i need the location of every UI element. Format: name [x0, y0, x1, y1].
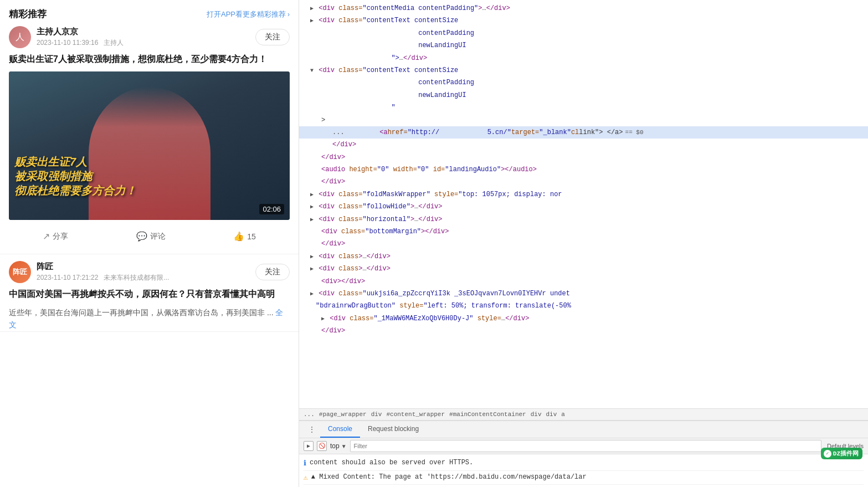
- console-clear-button[interactable]: 🚫: [317, 441, 327, 451]
- devtools-more-icon[interactable]: ⋮: [304, 425, 320, 434]
- breadcrumb-dots[interactable]: ...: [304, 411, 315, 418]
- author-row-2: 阵匠 阵匠 2023-11-10 17:21:22 未来车科技成都有限... 关…: [9, 261, 290, 283]
- comment-icon: 💬: [136, 231, 147, 242]
- html-line[interactable]: ▶ <div class="_1MaWW6MAEzXoQbV6H0Dy-J" s…: [299, 312, 868, 325]
- warn-icon: ⚠: [304, 473, 308, 484]
- html-line[interactable]: newLandingUI: [299, 39, 868, 52]
- html-line[interactable]: ▶ <div class="followHide">…</div>: [299, 201, 868, 213]
- html-line[interactable]: </div>: [299, 238, 868, 250]
- tab-console[interactable]: Console: [320, 421, 360, 438]
- html-line[interactable]: newLandingUI: [299, 89, 868, 101]
- html-line[interactable]: contentPadding: [299, 76, 868, 89]
- tab-request-blocking[interactable]: Request blocking: [360, 421, 427, 438]
- section-title: 精彩推荐: [9, 8, 47, 20]
- dz-badge[interactable]: ✓ DZ插件网: [821, 448, 862, 459]
- console-message-info: ℹ content should also be served over HTT…: [304, 457, 864, 471]
- html-line[interactable]: ▼ <div class="contentText contentSize: [299, 64, 868, 76]
- article-title-1: 贩卖出生证7人被采取强制措施，想彻底杜绝，至少需要4方合力！: [9, 53, 290, 66]
- expand-arrow[interactable]: ▶: [321, 316, 325, 322]
- expand-arrow[interactable]: ▶: [310, 192, 314, 198]
- share-button[interactable]: ↗ 分享: [36, 229, 75, 244]
- console-execute-button[interactable]: ▶: [304, 441, 314, 451]
- follow-btn-2[interactable]: 关注: [255, 264, 290, 280]
- article-title-2: 中国面对美国一再挑衅按兵不动，原因何在？只有普京看懂其中高明: [9, 288, 290, 301]
- html-line[interactable]: <div class="bottomMargin"></div>: [299, 225, 868, 238]
- expand-arrow[interactable]: ▶: [310, 254, 314, 260]
- html-line[interactable]: </div>: [299, 151, 868, 163]
- like-button[interactable]: 👍 15: [227, 229, 263, 244]
- video-duration: 02:06: [259, 204, 284, 214]
- expand-arrow[interactable]: ▶: [310, 291, 314, 297]
- html-line[interactable]: contentPadding: [299, 27, 868, 39]
- html-line-selected[interactable]: ... <a href="http:// 5.cn/" target="_bla…: [299, 126, 868, 139]
- author-info-2: 阵匠 阵匠 2023-11-10 17:21:22 未来车科技成都有限...: [9, 261, 169, 283]
- breadcrumb-content-wrapper[interactable]: #content_wrapper: [386, 411, 445, 418]
- breadcrumb-div-2[interactable]: div: [531, 411, 542, 418]
- expand-arrow[interactable]: ▼: [310, 68, 314, 74]
- console-messages: ℹ content should also be served over HTT…: [299, 454, 868, 487]
- devtools-html-panel: ▶ <div class="contentMedia contentPaddin…: [299, 0, 868, 408]
- share-icon: ↗: [43, 231, 50, 242]
- console-message-warn: ⚠ ▲ Mixed Content: The page at 'https://…: [304, 471, 864, 485]
- expand-arrow[interactable]: ▶: [310, 217, 314, 223]
- expand-arrow[interactable]: ▶: [310, 266, 314, 272]
- dom-reference: == $0: [625, 127, 644, 138]
- html-line[interactable]: <audio height="0" width="0" id="landingA…: [299, 163, 868, 176]
- avatar-2: 阵匠: [9, 261, 31, 283]
- html-line[interactable]: ▶ <div class="contentMedia contentPaddin…: [299, 2, 868, 14]
- html-line[interactable]: ">…</div>: [299, 52, 868, 64]
- like-icon: 👍: [233, 231, 244, 242]
- left-panel: 精彩推荐 打开APP看更多精彩推荐 › 人 主持人京京 2023-11-10 1…: [0, 0, 299, 487]
- html-line[interactable]: <div></div>: [299, 275, 868, 288]
- html-line[interactable]: </div>: [299, 139, 868, 151]
- breadcrumb-main[interactable]: #mainContentContainer: [449, 411, 526, 418]
- html-line[interactable]: </div>: [299, 176, 868, 188]
- action-row-1: ↗ 分享 💬 评论 👍 15: [9, 225, 290, 247]
- breadcrumb-div-3[interactable]: div: [546, 411, 557, 418]
- author-meta-2: 2023-11-10 17:21:22 未来车科技成都有限...: [37, 273, 169, 283]
- devtools-bottom: ⋮ Console Request blocking ▶ 🚫 top ▼ Def…: [299, 421, 868, 487]
- info-icon: ℹ: [304, 458, 306, 469]
- console-filter-input[interactable]: [350, 440, 821, 452]
- html-line[interactable]: ▶ <div class="uukjsi6a_zpZccrqYiI3k _3sE…: [299, 288, 868, 300]
- html-line[interactable]: ▶ <div class="horizontal">…</div>: [299, 213, 868, 225]
- console-context-selector[interactable]: top ▼: [330, 442, 347, 450]
- video-bg-1: 贩卖出生证7人被采取强制措施彻底杜绝需要多方合力！ 02:06: [9, 71, 290, 220]
- follow-btn-1[interactable]: 关注: [255, 29, 290, 45]
- html-line[interactable]: </div>: [299, 325, 868, 337]
- html-line[interactable]: ▶ <div class="foldMaskWrapper" style="to…: [299, 188, 868, 201]
- avatar-1: 人: [9, 26, 31, 48]
- author-details-2: 阵匠 2023-11-10 17:21:22 未来车科技成都有限...: [37, 262, 169, 283]
- html-line[interactable]: ": [299, 101, 868, 114]
- expand-arrow[interactable]: ▶: [310, 6, 314, 12]
- devtools-panel: ▶ <div class="contentMedia contentPaddin…: [299, 0, 868, 487]
- html-line[interactable]: ▶ <div class>…</div>: [299, 250, 868, 263]
- html-line[interactable]: ▶ <div class="contentText contentSize: [299, 14, 868, 27]
- author-row-1: 人 主持人京京 2023-11-10 11:39:16 主持人 关注: [9, 26, 290, 48]
- context-dropdown-icon: ▼: [341, 443, 347, 449]
- breadcrumb-page-wrapper[interactable]: #page_wrapper: [319, 411, 367, 418]
- dz-check-icon: ✓: [824, 450, 831, 458]
- html-line[interactable]: >: [299, 114, 868, 126]
- article-card-1: 人 主持人京京 2023-11-10 11:39:16 主持人 关注 贩卖出生证…: [0, 26, 299, 254]
- app-open-link[interactable]: 打开APP看更多精彩推荐 ›: [207, 9, 290, 19]
- author-name-2: 阵匠: [37, 262, 169, 272]
- author-info-1: 人 主持人京京 2023-11-10 11:39:16 主持人: [9, 26, 124, 48]
- video-thumbnail-1[interactable]: 贩卖出生证7人被采取强制措施彻底杜绝需要多方合力！ 02:06: [9, 71, 290, 220]
- breadcrumb-a[interactable]: a: [561, 411, 565, 418]
- expand-arrow[interactable]: ▶: [310, 204, 314, 210]
- breadcrumb-bar: ... #page_wrapper div #content_wrapper #…: [299, 408, 868, 421]
- expand-arrow[interactable]: ▶: [310, 18, 314, 24]
- comment-button[interactable]: 💬 评论: [130, 229, 172, 244]
- devtools-tabs: ⋮ Console Request blocking: [299, 421, 868, 438]
- section-header: 精彩推荐 打开APP看更多精彩推荐 ›: [0, 0, 299, 26]
- video-person: [89, 87, 210, 220]
- article-card-2: 阵匠 阵匠 2023-11-10 17:21:22 未来车科技成都有限... 关…: [0, 254, 299, 332]
- html-line[interactable]: ▶ <div class>…</div>: [299, 263, 868, 275]
- html-line[interactable]: "bdrainrwDragButton" style="left: 50%; t…: [299, 300, 868, 312]
- article-body-text: 近些年，美国在台海问题上一再挑衅中国，从佩洛西窜访台岛，再到美国非 ... 全文: [9, 306, 290, 331]
- author-details-1: 主持人京京 2023-11-10 11:39:16 主持人: [37, 27, 124, 48]
- console-toolbar: ▶ 🚫 top ▼ Default levels: [299, 438, 868, 454]
- dots-icon: ...: [332, 127, 345, 138]
- breadcrumb-div-1[interactable]: div: [371, 411, 382, 418]
